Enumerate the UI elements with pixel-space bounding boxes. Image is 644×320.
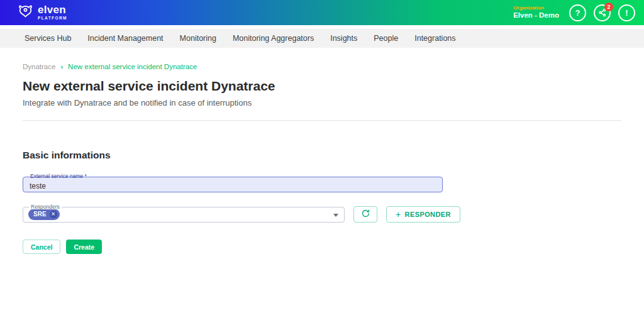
elven-logo-icon — [18, 4, 33, 22]
organization-name: Elven - Demo — [513, 11, 559, 20]
breadcrumb: Dynatrace › New external service inciden… — [23, 63, 621, 70]
brand-name: elven — [38, 4, 67, 15]
form-actions: Cancel Create — [23, 240, 621, 254]
main-nav: Services Hub Incident Management Monitor… — [0, 29, 644, 48]
nav-item-monitoring-aggregators[interactable]: Monitoring Aggregators — [225, 34, 322, 43]
nav-item-insights[interactable]: Insights — [322, 34, 365, 43]
nav-item-incident-management[interactable]: Incident Management — [79, 34, 171, 43]
organization-label: Organization — [513, 5, 544, 11]
help-button[interactable]: ? — [569, 4, 586, 21]
header-right: Organization Elven - Demo ? 2 ! — [513, 4, 635, 21]
notifications-badge: 2 — [604, 3, 613, 11]
section-title: Basic informations — [23, 150, 621, 161]
responders-select[interactable]: Responders SRE ✕ — [23, 207, 345, 223]
page-subtitle: Integrate with Dynatrace and be notified… — [23, 98, 621, 108]
divider — [23, 120, 621, 121]
brand: elven PLATFORM — [18, 4, 67, 22]
question-icon: ? — [575, 8, 580, 18]
refresh-responders-button[interactable] — [353, 206, 377, 223]
external-service-name-label: External service name * — [28, 174, 89, 179]
add-responder-button[interactable]: + RESPONDER — [386, 206, 460, 223]
responders-row: Responders SRE ✕ + RESPONDER — [23, 206, 621, 223]
external-service-name-field: External service name * — [23, 177, 443, 192]
breadcrumb-current[interactable]: New external service incident Dynatrace — [68, 63, 197, 70]
chevron-down-icon — [333, 214, 338, 217]
add-responder-label: RESPONDER — [405, 211, 451, 218]
nav-item-services-hub[interactable]: Services Hub — [16, 34, 79, 43]
page-title: New external service incident Dynatrace — [23, 79, 621, 94]
responder-chip[interactable]: SRE ✕ — [28, 209, 60, 220]
nav-item-people[interactable]: People — [365, 34, 406, 43]
app-header: elven PLATFORM Organization Elven - Demo… — [0, 0, 644, 25]
plus-icon: + — [396, 210, 401, 219]
brand-subtitle: PLATFORM — [38, 16, 67, 21]
page-content: Dynatrace › New external service inciden… — [0, 63, 644, 254]
responders-label: Responders — [29, 204, 62, 210]
responder-chip-label: SRE — [33, 210, 47, 219]
refresh-icon — [361, 209, 370, 220]
cancel-button[interactable]: Cancel — [23, 240, 60, 254]
create-button[interactable]: Create — [66, 240, 102, 254]
organization-switcher[interactable]: Organization Elven - Demo — [513, 5, 559, 19]
apps-button[interactable]: 2 — [594, 4, 611, 21]
breadcrumb-parent[interactable]: Dynatrace — [23, 63, 55, 70]
alerts-button[interactable]: ! — [618, 4, 635, 21]
nav-item-integrations[interactable]: Integrations — [406, 34, 464, 43]
chevron-right-icon: › — [60, 63, 63, 70]
chip-remove-icon[interactable]: ✕ — [50, 211, 57, 218]
exclamation-icon: ! — [625, 8, 628, 18]
nav-item-monitoring[interactable]: Monitoring — [172, 34, 225, 43]
